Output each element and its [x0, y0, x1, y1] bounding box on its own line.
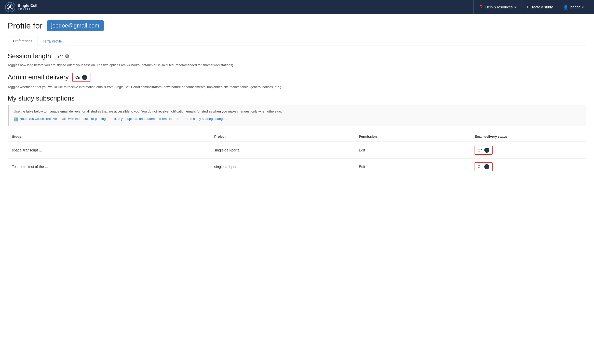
- user-icon: 👤: [563, 5, 568, 10]
- user-menu-button[interactable]: 👤 joedoe ▾: [558, 0, 589, 14]
- study-toggle-icon-1: 🌑: [484, 164, 490, 170]
- session-length-value: 24h: [58, 54, 63, 58]
- svg-point-3: [11, 8, 13, 9]
- create-study-button[interactable]: + Create a study: [521, 0, 558, 14]
- subscriptions-section: My study subscriptions Use the table bel…: [8, 94, 586, 175]
- admin-email-section: Admin email delivery On 🌑 Toggles whethe…: [8, 73, 586, 90]
- help-icon: ❓: [479, 5, 484, 10]
- table-header-row: Study Project Permission Email delivery …: [8, 132, 586, 142]
- page-title-area: Profile for joedoe@gmail.com: [8, 20, 586, 31]
- session-length-toggle[interactable]: 24h 🔘: [55, 53, 72, 60]
- tab-preferences[interactable]: Preferences: [8, 36, 37, 46]
- studies-table: Study Project Permission Email delivery …: [8, 131, 586, 175]
- cell-email-toggle-1: On 🌑: [470, 159, 586, 175]
- cell-email-toggle-0: On 🌑: [470, 142, 586, 159]
- brand-line2: PORTAL: [18, 8, 37, 11]
- col-header-permission: Permission: [355, 132, 470, 142]
- subscriptions-note: ℹ️ Note: You will still receive emails w…: [14, 116, 581, 122]
- subscriptions-info-text: Use the table below to manage email deli…: [14, 109, 282, 113]
- cell-project-1: single-cell-portal: [210, 159, 355, 175]
- col-header-project: Project: [210, 132, 355, 142]
- admin-email-toggle-label: On: [75, 75, 80, 79]
- tab-terra-profile[interactable]: Terra Profile: [37, 36, 67, 46]
- admin-email-title: Admin email delivery On 🌑: [8, 73, 586, 82]
- brand-logo: [5, 2, 15, 12]
- session-length-desc: Toggles how long before you are signed o…: [8, 63, 586, 68]
- chevron-down-icon: ▾: [582, 5, 584, 9]
- study-toggle-label-1: On: [478, 165, 482, 169]
- page-title-prefix: Profile for: [8, 21, 43, 31]
- tabs-bar: Preferences Terra Profile: [8, 36, 586, 46]
- navbar-right: ❓ Help & resources ▾ + Create a study 👤 …: [473, 0, 589, 14]
- table-row: spatial transcript ... single-cell-porta…: [8, 142, 586, 159]
- brand-line1: Single Cell: [18, 3, 37, 8]
- session-toggle-icon: 🔘: [65, 54, 69, 58]
- svg-point-2: [10, 5, 11, 6]
- admin-email-toggle-icon: 🌑: [82, 75, 87, 80]
- study-toggle-label-0: On: [478, 148, 482, 152]
- admin-email-toggle[interactable]: On 🌑: [72, 73, 90, 82]
- brand: Single Cell PORTAL: [5, 2, 473, 12]
- svg-point-1: [9, 6, 11, 8]
- subscriptions-info-box: Use the table below to manage email deli…: [8, 105, 586, 126]
- info-icon: ℹ️: [14, 117, 18, 122]
- study-toggle-icon-0: 🌑: [484, 147, 490, 153]
- cell-study-0: spatial transcript ...: [8, 142, 210, 159]
- col-header-study: Study: [8, 132, 210, 142]
- study-email-toggle-0[interactable]: On 🌑: [475, 146, 493, 155]
- table-row: Test-omic test of the ... single-cell-po…: [8, 159, 586, 175]
- main-content: Profile for joedoe@gmail.com Preferences…: [0, 14, 594, 364]
- session-length-title: Session length 24h 🔘: [8, 52, 586, 60]
- user-email-badge: joedoe@gmail.com: [47, 20, 104, 31]
- cell-study-1: Test-omic test of the ...: [8, 159, 210, 175]
- svg-point-4: [8, 8, 9, 9]
- cell-permission-1: Edit: [355, 159, 470, 175]
- chevron-down-icon: ▾: [514, 5, 516, 9]
- col-header-email-delivery: Email delivery status: [470, 132, 586, 142]
- navbar: Single Cell PORTAL ❓ Help & resources ▾ …: [0, 0, 594, 14]
- session-length-section: Session length 24h 🔘 Toggles how long be…: [8, 52, 586, 68]
- help-button[interactable]: ❓ Help & resources ▾: [473, 0, 521, 14]
- brand-text: Single Cell PORTAL: [18, 3, 37, 11]
- cell-permission-0: Edit: [355, 142, 470, 159]
- subscriptions-title: My study subscriptions: [8, 94, 586, 102]
- subscriptions-note-text: Note: You will still receive emails with…: [20, 116, 227, 122]
- cell-project-0: single-cell-portal: [210, 142, 355, 159]
- study-email-toggle-1[interactable]: On 🌑: [475, 162, 493, 171]
- admin-email-desc: Toggles whether or not you would like to…: [8, 85, 586, 90]
